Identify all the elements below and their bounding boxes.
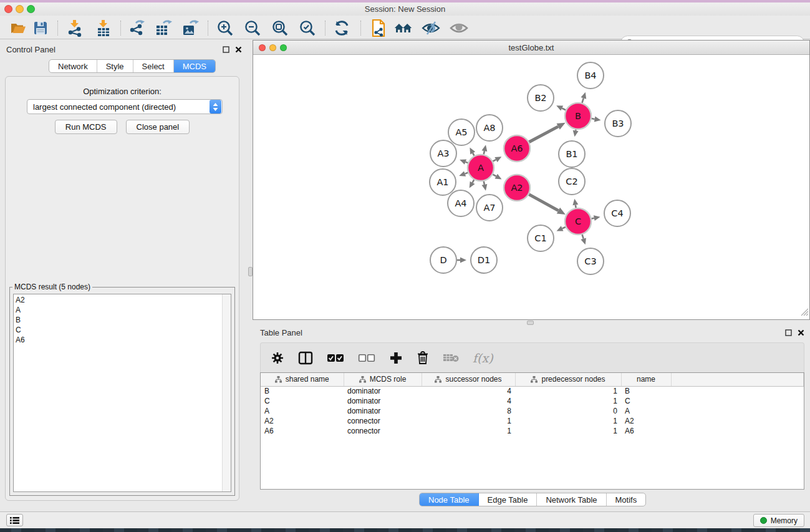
node-C[interactable]: C — [565, 208, 591, 235]
node-B2[interactable]: B2 — [528, 85, 554, 111]
node-C1[interactable]: C1 — [528, 225, 554, 251]
node-A7[interactable]: A7 — [476, 195, 503, 221]
result-item[interactable]: B — [16, 315, 220, 325]
table-row[interactable]: Bdominator41B — [261, 386, 804, 396]
node-B3[interactable]: B3 — [605, 110, 631, 137]
table-row[interactable]: Adominator80A — [261, 406, 804, 416]
edge-C-C1[interactable] — [562, 227, 566, 228]
node-A1[interactable]: A1 — [430, 169, 456, 195]
tab-motifs[interactable]: Motifs — [607, 493, 646, 506]
tab-network-table[interactable]: Network Table — [537, 493, 606, 506]
mcds-result-list[interactable]: A2ABCA6 — [13, 294, 231, 492]
result-item[interactable]: A6 — [16, 335, 220, 345]
network-canvas[interactable]: B4B2BB3A8A5A6A3B1AA1C2A2A4A7C4CC1DD1C3 — [253, 55, 809, 319]
optimization-criterion-select[interactable]: largest connected component (directed) — [27, 99, 223, 114]
node-D1[interactable]: D1 — [471, 247, 497, 273]
show-graphics-button[interactable] — [450, 19, 468, 37]
zoom-in-button[interactable] — [216, 19, 234, 37]
node-B4[interactable]: B4 — [577, 62, 604, 89]
function-builder-button[interactable]: f(x) — [473, 351, 493, 365]
edge-A-A3[interactable] — [465, 162, 468, 163]
close-panel-button[interactable]: Close panel — [126, 120, 190, 134]
node-A8[interactable]: A8 — [476, 115, 503, 141]
column-header-successor-nodes[interactable]: successor nodes — [422, 373, 515, 386]
edge-A6-B[interactable] — [529, 127, 558, 142]
table-row[interactable]: Cdominator41C — [261, 396, 804, 406]
node-A[interactable]: A — [468, 155, 494, 181]
run-mcds-button[interactable]: Run MCDS — [55, 120, 117, 134]
float-panel-icon[interactable] — [223, 46, 229, 53]
delete-column-button[interactable] — [417, 351, 429, 365]
edge-C-C3[interactable] — [582, 235, 584, 239]
tab-mcds[interactable]: MCDS — [174, 60, 215, 72]
edge-C-C4[interactable] — [592, 218, 594, 219]
select-all-button[interactable] — [327, 354, 344, 362]
close-panel-icon[interactable] — [798, 329, 804, 336]
create-column-button[interactable] — [389, 351, 403, 365]
edge-B-B2[interactable] — [562, 109, 566, 110]
close-panel-icon[interactable] — [235, 46, 242, 53]
deselect-all-button[interactable] — [358, 354, 375, 362]
tab-style[interactable]: Style — [97, 60, 133, 72]
task-history-button[interactable] — [6, 514, 23, 526]
table-row[interactable]: A6connector11A6 — [261, 426, 804, 436]
panel-divider-handle[interactable] — [527, 321, 534, 325]
zoom-out-button[interactable] — [243, 19, 262, 37]
column-header-shared-name[interactable]: shared name — [261, 373, 344, 386]
edge-A2-C[interactable] — [529, 195, 558, 211]
resize-grip-icon[interactable] — [801, 307, 809, 319]
edge-A-A8[interactable] — [484, 151, 485, 154]
node-B1[interactable]: B1 — [559, 141, 585, 167]
open-file-button[interactable] — [9, 19, 27, 37]
column-header-predecessor-nodes[interactable]: predecessor nodes — [515, 373, 621, 386]
memory-button[interactable]: Memory — [753, 514, 804, 527]
edge-B-B4[interactable] — [582, 98, 583, 103]
tab-edge-table[interactable]: Edge Table — [479, 493, 538, 506]
node-D[interactable]: D — [430, 247, 456, 273]
node-A2[interactable]: A2 — [504, 175, 530, 201]
tab-network[interactable]: Network — [49, 60, 97, 72]
delete-table-button[interactable] — [443, 352, 459, 363]
node-table[interactable]: shared nameMCDS rolesuccessor nodesprede… — [261, 373, 804, 436]
edge-A-A4[interactable] — [473, 180, 475, 183]
save-session-button[interactable] — [31, 19, 50, 37]
apply-layout-button[interactable] — [332, 19, 351, 37]
show-column-panel-button[interactable] — [298, 351, 313, 365]
result-scrollbar[interactable] — [222, 294, 231, 491]
import-network-button[interactable] — [65, 19, 84, 37]
zoom-selected-button[interactable] — [298, 19, 317, 37]
result-item[interactable]: A2 — [16, 295, 220, 305]
network-document-button[interactable] — [369, 19, 388, 37]
edge-A-A1[interactable] — [465, 173, 468, 174]
result-item[interactable]: A — [16, 305, 220, 315]
edge-A-A5[interactable] — [473, 153, 474, 155]
zoom-fit-button[interactable] — [271, 19, 289, 37]
node-C4[interactable]: C4 — [604, 200, 630, 226]
node-A6[interactable]: A6 — [504, 135, 530, 162]
import-table-button[interactable] — [94, 19, 113, 37]
column-header-name[interactable]: name — [621, 373, 671, 386]
export-table-button[interactable] — [154, 19, 173, 37]
edge-A-A2[interactable] — [493, 175, 496, 177]
table-settings-button[interactable] — [271, 351, 284, 365]
node-A4[interactable]: A4 — [448, 190, 474, 216]
hide-graphics-button[interactable] — [422, 19, 440, 37]
export-image-button[interactable] — [181, 19, 200, 37]
home-network-button[interactable] — [394, 19, 413, 37]
network-window-titlebar[interactable]: testGlobe.txt — [253, 41, 809, 55]
edge-B-B3[interactable] — [592, 118, 595, 119]
column-header-MCDS-role[interactable]: MCDS role — [344, 373, 422, 386]
export-network-button[interactable] — [127, 19, 146, 37]
tab-select[interactable]: Select — [133, 60, 174, 72]
app-titlebar[interactable]: Session: New Session — [0, 2, 810, 16]
node-table-container[interactable]: shared nameMCDS rolesuccessor nodesprede… — [260, 372, 804, 490]
network-graph[interactable]: B4B2BB3A8A5A6A3B1AA1C2A2A4A7C4CC1DD1C3 — [253, 55, 809, 319]
tab-node-table[interactable]: Node Table — [420, 493, 479, 506]
edge-C-C2[interactable] — [576, 205, 576, 208]
node-A3[interactable]: A3 — [430, 140, 456, 167]
table-row[interactable]: A2connector11A2 — [261, 416, 804, 426]
node-C3[interactable]: C3 — [577, 248, 604, 274]
node-A5[interactable]: A5 — [448, 119, 475, 145]
result-item[interactable]: C — [16, 325, 220, 335]
edge-A-A7[interactable] — [484, 181, 485, 184]
